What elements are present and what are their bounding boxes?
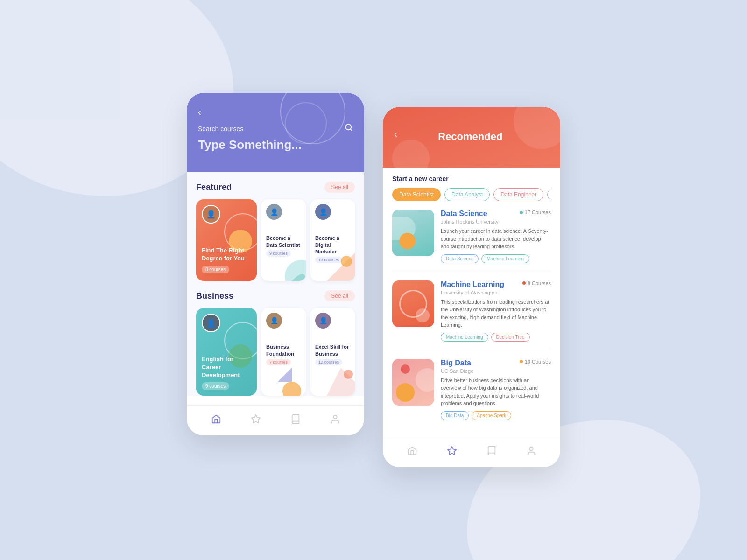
card-courses-count: 9 courses	[202, 382, 229, 390]
business-cards-row: 👤 English for Career Development 9 cours…	[196, 308, 355, 396]
nav-profile-icon[interactable]	[325, 412, 345, 429]
course-tags-bd: Big Data Apache Spark	[441, 411, 551, 420]
career-filter-tabs: Data Scientist Data Analyst Data Enginee…	[392, 188, 551, 201]
nav-star-icon[interactable]	[246, 412, 266, 429]
filter-tab-data-scientist[interactable]: Data Scientist	[392, 188, 441, 201]
nav-book-icon[interactable]	[482, 444, 501, 461]
featured-card-digital-marketer[interactable]: 👤 Become a Digital Marketer 13 courses	[310, 199, 355, 281]
svg-point-7	[333, 415, 337, 419]
thumb-blob	[416, 368, 434, 392]
card-title: Become a Digital Marketer	[315, 235, 350, 255]
card-title: Find The Right Degree for You	[202, 247, 251, 263]
avatar: 👤	[202, 205, 220, 224]
thumb-blob2	[396, 383, 415, 402]
course-top-ds: Data Science 17 Courses	[441, 210, 551, 218]
card-deco-shape	[327, 368, 355, 396]
filter-tab-data-analyst[interactable]: Data Analyst	[444, 188, 490, 201]
svg-marker-8	[447, 447, 456, 455]
phones-container: ‹ Search courses Type Something... Featu…	[187, 93, 560, 467]
svg-marker-6	[251, 415, 260, 423]
featured-title: Featured	[196, 182, 232, 192]
search-label: Search courses	[198, 125, 243, 133]
card-courses-count: 12 courses	[315, 359, 342, 365]
search-placeholder-text: Type Something...	[198, 138, 353, 152]
featured-card-main[interactable]: 👤 Find The Right Degree for You 8 course…	[196, 199, 257, 281]
card-title: Become a Data Scientist	[266, 235, 301, 248]
card-title: English for Career Development	[202, 356, 251, 379]
right-phone-content: Start a new career Data Scientist Data A…	[383, 168, 560, 428]
deco-circle-2	[285, 102, 327, 144]
card-title: Business Foundation	[266, 343, 301, 357]
count-dot	[520, 360, 523, 363]
featured-section-header: Featured See all	[196, 182, 355, 193]
course-name-ml: Machine Learning	[441, 280, 504, 289]
avatar: 👤	[315, 313, 331, 329]
course-thumb-ml	[392, 280, 434, 327]
nav-book-icon[interactable]	[286, 412, 305, 429]
bottom-nav-right	[383, 437, 560, 467]
nav-profile-icon[interactable]	[521, 444, 541, 461]
course-thumb-bd	[392, 359, 434, 406]
course-count-ml: 8 Courses	[522, 280, 551, 286]
course-tag[interactable]: Big Data	[441, 411, 469, 420]
course-card-bigdata[interactable]: Big Data 10 Courses UC San Diego Drive b…	[392, 359, 551, 428]
bottom-nav-left	[187, 405, 364, 435]
avatar-image: 👤	[203, 315, 219, 331]
course-card-data-science[interactable]: Data Science 17 Courses Johns Hopkins Un…	[392, 210, 551, 272]
course-info-ml: Machine Learning 8 Courses University of…	[441, 280, 551, 342]
course-tag[interactable]: Machine Learning	[481, 254, 529, 263]
count-dot	[522, 281, 526, 285]
avatar: 👤	[266, 204, 282, 220]
course-tag[interactable]: Apache Spark	[472, 411, 511, 420]
recommended-header: ‹ Recomended	[383, 107, 560, 168]
course-count-bd: 10 Courses	[520, 359, 551, 364]
thumb-dot	[401, 364, 410, 374]
card-deco-shape	[278, 368, 306, 396]
course-tag[interactable]: Decision Tree	[491, 333, 530, 342]
thumb-blob	[416, 308, 430, 322]
avatar-image: 👤	[266, 204, 282, 220]
filter-tab-data-engineer[interactable]: Data Engineer	[493, 188, 543, 201]
nav-home-icon[interactable]	[402, 444, 422, 461]
avatar-image: 👤	[266, 313, 282, 329]
business-title: Business	[196, 291, 233, 301]
course-tags-ds: Data Science Machine Learning	[441, 254, 551, 263]
svg-point-3	[341, 256, 352, 267]
business-card-main[interactable]: 👤 English for Career Development 9 cours…	[196, 308, 257, 396]
avatar-image: 👤	[315, 204, 331, 220]
course-desc-ml: This specializations from leading resear…	[441, 298, 551, 329]
course-count-ds: 17 Courses	[520, 210, 551, 215]
thumb-circle	[399, 233, 416, 249]
business-card-foundation[interactable]: 👤 Business Foundation 7 courses	[261, 308, 306, 396]
course-tag[interactable]: Data Science	[441, 254, 479, 263]
search-icon[interactable]	[345, 123, 353, 134]
business-card-excel[interactable]: 👤 Excel Skill for Business 12 courses	[310, 308, 355, 396]
back-button[interactable]: ‹	[394, 129, 397, 140]
svg-point-4	[282, 382, 301, 396]
left-phone-content: Featured See all 👤 Find The Right Degree…	[187, 172, 364, 396]
course-desc-bd: Drive better business decisions with an …	[441, 377, 551, 407]
course-thumb-ds	[392, 210, 434, 256]
featured-card-data-scientist[interactable]: 👤 Become a Data Scientist 9 courses	[261, 199, 306, 281]
avatar-image: 👤	[203, 206, 219, 223]
featured-cards-row: 👤 Find The Right Degree for You 8 course…	[196, 199, 355, 281]
filter-tab-more[interactable]: De...	[547, 188, 551, 201]
nav-star-icon[interactable]	[442, 444, 462, 461]
business-see-all-button[interactable]: See all	[324, 290, 355, 301]
course-info-bd: Big Data 10 Courses UC San Diego Drive b…	[441, 359, 551, 420]
card-title: Excel Skill for Business	[315, 343, 350, 357]
card-deco-shape	[327, 253, 355, 281]
svg-point-9	[529, 447, 533, 450]
nav-home-icon[interactable]	[206, 412, 226, 429]
course-card-ml[interactable]: Machine Learning 8 Courses University of…	[392, 280, 551, 350]
featured-see-all-button[interactable]: See all	[324, 182, 355, 193]
course-top-bd: Big Data 10 Courses	[441, 359, 551, 367]
back-button[interactable]: ‹	[198, 107, 201, 118]
avatar: 👤	[266, 313, 282, 329]
business-section-header: Business See all	[196, 290, 355, 301]
course-info-ds: Data Science 17 Courses Johns Hopkins Un…	[441, 210, 551, 263]
course-tag[interactable]: Machine Learning	[441, 333, 488, 342]
count-dot	[520, 211, 523, 214]
course-name-ds: Data Science	[441, 210, 487, 218]
svg-point-5	[344, 370, 353, 379]
